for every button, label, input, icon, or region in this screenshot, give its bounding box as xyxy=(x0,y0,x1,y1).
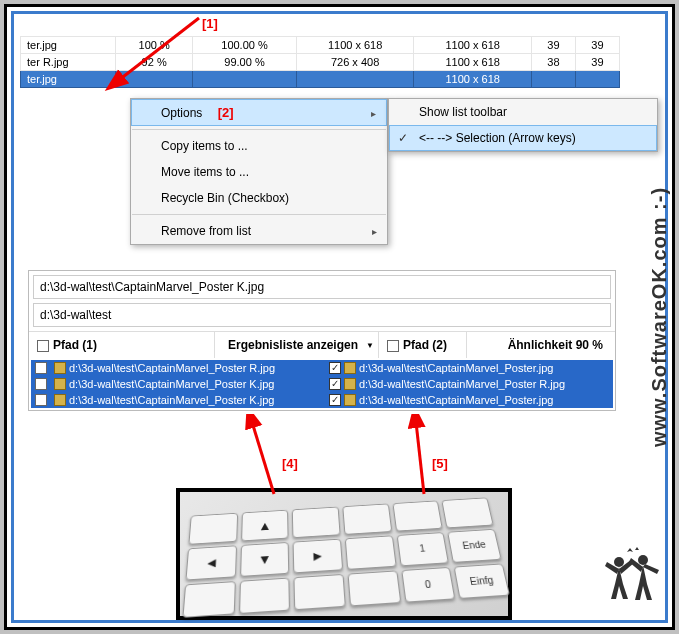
col-dim1 xyxy=(296,71,414,88)
file-icon xyxy=(54,378,66,390)
dancing-figures-icon xyxy=(597,544,667,614)
content-area: ter.jpg 100 % 100.00 % 1100 x 618 1100 x… xyxy=(11,11,668,623)
menu-label: Recycle Bin (Checkbox) xyxy=(161,191,289,205)
watermark-text: www.SoftwareOK.com :-) xyxy=(648,187,671,447)
path-right: d:\3d-wal\test\CaptainMarvel_Poster.jpg xyxy=(359,394,553,406)
col-dim1: 726 x 408 xyxy=(296,54,414,71)
screenshot-frame: ter.jpg 100 % 100.00 % 1100 x 618 1100 x… xyxy=(4,4,675,630)
bottom-panel: d:\3d-wal\test\CaptainMarvel_Poster K.jp… xyxy=(28,270,616,411)
annotation-2: [2] xyxy=(218,105,234,120)
col-pct2: 100.00 % xyxy=(193,37,297,54)
header-label: Ähnlichkeit 90 % xyxy=(508,338,603,352)
end-key: Ende xyxy=(448,529,502,562)
svg-line-2 xyxy=(416,422,424,494)
menu-label: Options xyxy=(161,106,202,120)
col-c1: 38 xyxy=(531,54,575,71)
header-pfad1[interactable]: Pfad (1) xyxy=(29,332,215,358)
file-name: ter R.jpg xyxy=(21,54,116,71)
annotation-5: [5] xyxy=(432,456,448,471)
svg-point-4 xyxy=(638,555,648,565)
col-dim1: 1100 x 618 xyxy=(296,37,414,54)
file-icon xyxy=(344,394,356,406)
menu-label: Copy items to ... xyxy=(161,139,248,153)
file-icon xyxy=(54,362,66,374)
folder-path-field[interactable]: d:\3d-wal\test xyxy=(33,303,611,327)
table-row-selected[interactable]: ter.jpg 1100 x 618 xyxy=(21,71,620,88)
row-checkbox-checked[interactable]: ✓ xyxy=(329,378,341,390)
checkbox-icon[interactable] xyxy=(37,340,49,352)
menu-separator xyxy=(132,214,386,215)
insert-key: Einfg xyxy=(454,563,510,599)
submenu-arrow-selection[interactable]: ✓ <-- --> Selection (Arrow keys) [3] xyxy=(389,125,657,151)
col-pct2: 99.00 % xyxy=(193,54,297,71)
list-body: d:\3d-wal\test\CaptainMarvel_Poster R.jp… xyxy=(31,360,613,408)
submenu-show-toolbar[interactable]: Show list toolbar xyxy=(389,99,657,125)
checkbox-icon[interactable] xyxy=(387,340,399,352)
arrow-down-key: ▼ xyxy=(240,542,290,576)
col-dim2: 1100 x 618 xyxy=(414,37,532,54)
dropdown-arrow-icon: ▼ xyxy=(366,341,374,350)
row-checkbox[interactable] xyxy=(35,378,47,390)
col-dim2: 1100 x 618 xyxy=(414,54,532,71)
header-label: Pfad (2) xyxy=(403,338,447,352)
header-pfad2[interactable]: Pfad (2) xyxy=(379,332,467,358)
top-file-table: ter.jpg 100 % 100.00 % 1100 x 618 1100 x… xyxy=(20,36,620,88)
numpad-key: 1 xyxy=(396,532,449,566)
row-checkbox[interactable] xyxy=(35,394,47,406)
menu-options[interactable]: Options [2] ▸ xyxy=(131,99,387,126)
file-icon xyxy=(344,362,356,374)
file-name: ter.jpg xyxy=(21,71,116,88)
file-icon xyxy=(54,394,66,406)
list-item[interactable]: d:\3d-wal\test\CaptainMarvel_Poster R.jp… xyxy=(31,360,613,376)
file-name: ter.jpg xyxy=(21,37,116,54)
menu-recycle-bin[interactable]: Recycle Bin (Checkbox) xyxy=(131,185,387,211)
list-item[interactable]: d:\3d-wal\test\CaptainMarvel_Poster K.jp… xyxy=(31,376,613,392)
menu-label: Show list toolbar xyxy=(419,105,507,119)
annotation-3: [3] xyxy=(672,131,675,146)
svg-line-1 xyxy=(252,422,274,494)
row-checkbox[interactable] xyxy=(35,362,47,374)
col-c1: 39 xyxy=(531,37,575,54)
row-checkbox-checked[interactable]: ✓ xyxy=(329,394,341,406)
table-row[interactable]: ter.jpg 100 % 100.00 % 1100 x 618 1100 x… xyxy=(21,37,620,54)
menu-move-items[interactable]: Move items to ... xyxy=(131,159,387,185)
annotation-4: [4] xyxy=(282,456,298,471)
table-row[interactable]: ter R.jpg 92 % 99.00 % 726 x 408 1100 x … xyxy=(21,54,620,71)
list-item[interactable]: d:\3d-wal\test\CaptainMarvel_Poster K.jp… xyxy=(31,392,613,408)
submenu-arrow-icon: ▸ xyxy=(372,226,377,237)
header-similarity[interactable]: Ähnlichkeit 90 % xyxy=(467,332,615,358)
menu-separator xyxy=(132,129,386,130)
col-c2: 39 xyxy=(575,37,619,54)
menu-label: <-- --> Selection (Arrow keys) xyxy=(419,131,576,145)
arrow-left-key: ◄ xyxy=(185,546,236,581)
numpad-key: 0 xyxy=(401,567,456,603)
arrow-right-key: ► xyxy=(293,539,343,573)
arrow-up-key: ▲ xyxy=(241,510,289,542)
keyboard-image: ▲ ◄▼►1Ende 0Einfg xyxy=(176,488,512,620)
context-menu: Options [2] ▸ Copy items to ... Move ite… xyxy=(130,98,388,245)
menu-copy-items[interactable]: Copy items to ... xyxy=(131,133,387,159)
header-ergebnis[interactable]: Ergebnisliste anzeigen ▼ xyxy=(215,332,379,358)
file-path-field[interactable]: d:\3d-wal\test\CaptainMarvel_Poster K.jp… xyxy=(33,275,611,299)
header-label: Pfad (1) xyxy=(53,338,97,352)
path-left: d:\3d-wal\test\CaptainMarvel_Poster R.jp… xyxy=(69,362,275,374)
row-checkbox-checked[interactable]: ✓ xyxy=(329,362,341,374)
header-label: Ergebnisliste anzeigen xyxy=(228,338,358,352)
svg-point-3 xyxy=(614,557,624,567)
annotation-1: [1] xyxy=(202,16,218,31)
options-submenu: Show list toolbar ✓ <-- --> Selection (A… xyxy=(388,98,658,152)
path-left: d:\3d-wal\test\CaptainMarvel_Poster K.jp… xyxy=(69,394,274,406)
column-headers: Pfad (1) Ergebnisliste anzeigen ▼ Pfad (… xyxy=(29,331,615,358)
path-left: d:\3d-wal\test\CaptainMarvel_Poster K.jp… xyxy=(69,378,274,390)
col-c2 xyxy=(575,71,619,88)
menu-label: Move items to ... xyxy=(161,165,249,179)
checkmark-icon: ✓ xyxy=(398,131,408,145)
col-pct1: 100 % xyxy=(116,37,193,54)
col-pct2 xyxy=(193,71,297,88)
submenu-arrow-icon: ▸ xyxy=(371,107,376,118)
menu-remove-from-list[interactable]: Remove from list ▸ xyxy=(131,218,387,244)
menu-label: Remove from list xyxy=(161,224,251,238)
path-right: d:\3d-wal\test\CaptainMarvel_Poster R.jp… xyxy=(359,378,565,390)
file-icon xyxy=(344,378,356,390)
col-pct1 xyxy=(116,71,193,88)
